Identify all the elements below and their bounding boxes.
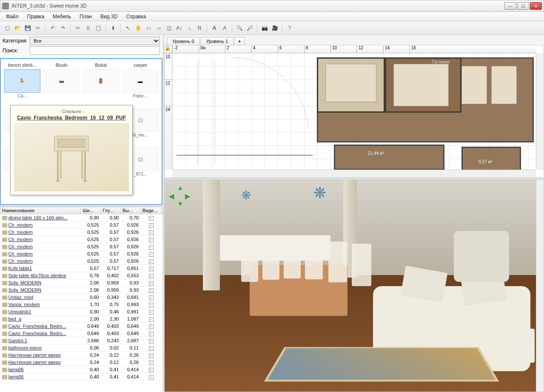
menu-edit[interactable]: Правка <box>24 13 48 20</box>
compass-icon[interactable]: N <box>195 23 204 33</box>
italic-icon[interactable]: A <box>220 23 229 33</box>
catalog-item[interactable]: carpet▬Franc... <box>122 62 159 99</box>
table-row[interactable]: Gardini 1 2,6880,2432,687 ✓ <box>0 337 162 344</box>
menu-furniture[interactable]: Мебель <box>49 13 74 20</box>
paste-icon[interactable]: 📋 <box>94 23 103 33</box>
table-row[interactable]: Kofe table1 0,570,7170,851 ✓ <box>0 265 162 272</box>
table-row[interactable]: Настенная светит вверх 0,240,120,26 ✓ <box>0 352 162 359</box>
search-input[interactable] <box>30 46 160 55</box>
visibility-checkbox[interactable]: ✓ <box>149 332 154 336</box>
menu-3dview[interactable]: Вид 3D <box>97 13 121 20</box>
visibility-checkbox[interactable]: ✓ <box>149 245 154 250</box>
view3d-scrollbar-v[interactable] <box>536 180 544 392</box>
visibility-checkbox[interactable]: ✓ <box>149 361 154 365</box>
table-row[interactable]: Ch_modern 0,5250,570,926 ✓ <box>0 250 162 258</box>
table-row[interactable]: bathroom-mirror 0,060,020,11 ✓ <box>0 344 162 352</box>
visibility-checkbox[interactable]: ✓ <box>149 303 154 307</box>
help-icon[interactable]: ? <box>285 23 294 33</box>
visibility-checkbox[interactable]: ✓ <box>149 368 154 372</box>
view-3d[interactable]: ▲ ▼ ◀ ▶ ❋ ❋ <box>164 179 544 392</box>
category-select[interactable]: Все <box>30 37 160 45</box>
video-icon[interactable]: 🎥 <box>270 23 279 33</box>
nav-left-icon[interactable]: ◀ <box>169 192 177 200</box>
bold-icon[interactable]: A <box>210 23 219 33</box>
redo-icon[interactable]: ↷ <box>58 23 68 33</box>
table-row[interactable]: lamp06 0,400,410,414 ✓ <box>0 366 162 373</box>
open-icon[interactable]: 📂 <box>13 23 22 33</box>
furniture-table-panel[interactable]: Наименование Ши... Глу... Вы... Види... … <box>0 205 162 392</box>
table-row[interactable]: dining table 160 x 160 slim... 0,900,900… <box>0 214 162 222</box>
menu-help[interactable]: Справка <box>122 13 149 20</box>
table-row[interactable]: Cavio_Francheska_Bedro... 0,6490,4030,64… <box>0 330 162 337</box>
visibility-checkbox[interactable]: ✓ <box>149 252 154 257</box>
table-row[interactable]: Ch_modern 0,5250,570,926 ✓ <box>0 258 162 265</box>
wall-icon[interactable]: ▭ <box>144 23 153 33</box>
tab-add-level[interactable]: + <box>234 37 245 45</box>
table-row[interactable]: Unitaz_med 0,600,3430,681 ✓ <box>0 294 162 301</box>
visibility-checkbox[interactable]: ✓ <box>149 274 154 278</box>
plan-canvas[interactable]: Гостиная 42,04 м² 21,44 м² 8,57 м² 14,87… <box>172 53 536 170</box>
catalog-panel[interactable]: bench slimli...🪑Ca... Bludo🛏 Bokal🚪 carp… <box>0 58 162 205</box>
text-icon[interactable]: ⟂ <box>185 23 194 33</box>
nav-down-icon[interactable]: ▼ <box>177 200 185 208</box>
visibility-checkbox[interactable]: ✓ <box>149 216 154 221</box>
undo-icon[interactable]: ↶ <box>48 23 57 33</box>
table-row[interactable]: Umivalnik1 0,900,460,981 ✓ <box>0 308 162 315</box>
table-row[interactable]: Ch_modern 0,5250,570,926 ✓ <box>0 236 162 243</box>
visibility-checkbox[interactable]: ✓ <box>149 346 154 351</box>
menu-file[interactable]: Файл <box>3 13 22 20</box>
table-row[interactable]: Ch_modern 0,5250,570,926 ✓ <box>0 229 162 236</box>
maximize-button[interactable]: ☐ <box>517 2 529 10</box>
visibility-checkbox[interactable]: ✓ <box>149 238 154 242</box>
col-width[interactable]: Ши... <box>81 207 101 214</box>
zoom-out-icon[interactable]: 🔎 <box>245 23 254 33</box>
table-row[interactable]: Cavio_Francheska_Bedro... 0,6490,4030,64… <box>0 323 162 330</box>
table-row[interactable]: Side table 40x78cm slimline 0,780,4020,5… <box>0 272 162 279</box>
prefs-icon[interactable]: ✂ <box>33 23 43 33</box>
col-height[interactable]: Вы... <box>120 207 140 214</box>
polyline-icon[interactable]: ◫ <box>164 23 174 33</box>
photo-icon[interactable]: 📷 <box>260 23 269 33</box>
visibility-checkbox[interactable]: ✓ <box>149 288 154 293</box>
col-visible[interactable]: Види... <box>140 207 162 214</box>
save-icon[interactable]: 💾 <box>23 23 32 33</box>
table-row[interactable]: bed_a 2,002,301,087 ✓ <box>0 315 162 323</box>
col-depth[interactable]: Глу... <box>101 207 121 214</box>
select-icon[interactable]: ↖ <box>123 23 133 33</box>
pan-icon[interactable]: ✋ <box>134 23 143 33</box>
plan-scrollbar-v[interactable] <box>536 53 544 170</box>
nav-up-icon[interactable]: ▲ <box>177 184 185 192</box>
visibility-checkbox[interactable]: ✓ <box>149 223 154 228</box>
catalog-item[interactable]: Bludo🛏 <box>43 62 81 99</box>
table-row[interactable]: Sofa_MODERN 2,060,9590,93 ✓ <box>0 287 162 294</box>
dimension-icon[interactable]: A↕ <box>174 23 184 33</box>
plan-scrollbar-h[interactable] <box>172 170 536 177</box>
menu-plan[interactable]: План <box>76 13 95 20</box>
visibility-checkbox[interactable]: ✓ <box>149 353 154 358</box>
visibility-checkbox[interactable]: ✓ <box>149 339 154 344</box>
table-row[interactable]: Настенная светит вверх 0,240,120,26 ✓ <box>0 359 162 366</box>
visibility-checkbox[interactable]: ✓ <box>149 230 154 235</box>
visibility-checkbox[interactable]: ✓ <box>149 281 154 286</box>
add-furniture-icon[interactable]: ⬇ <box>108 23 118 33</box>
catalog-item[interactable]: Bokal🚪 <box>82 62 120 99</box>
catalog-item[interactable]: bench slimli...🪑Ca... <box>3 62 41 99</box>
visibility-checkbox[interactable]: ✓ <box>149 375 154 380</box>
minimize-button[interactable]: — <box>504 2 516 10</box>
visibility-checkbox[interactable]: ✓ <box>149 324 154 329</box>
close-button[interactable]: ✕ <box>530 2 542 10</box>
visibility-checkbox[interactable]: ✓ <box>149 295 154 300</box>
table-row[interactable]: Sofa_MODERN 2,060,9590,93 ✓ <box>0 279 162 287</box>
table-row[interactable]: Vanna_modern 1,700,750,993 ✓ <box>0 301 162 308</box>
copy-icon[interactable]: ⎘ <box>83 23 93 33</box>
new-icon[interactable]: ▢ <box>3 23 12 33</box>
table-row[interactable]: Ch_modern 0,5250,570,926 ✓ <box>0 243 162 250</box>
visibility-checkbox[interactable]: ✓ <box>149 267 154 271</box>
visibility-checkbox[interactable]: ✓ <box>149 317 154 322</box>
table-row[interactable]: Ch_modern 0,5250,570,926 ✓ <box>0 222 162 229</box>
tab-level-1[interactable]: Уровень 1 <box>201 37 234 45</box>
visibility-checkbox[interactable]: ✓ <box>149 259 154 264</box>
cut-icon[interactable]: ✂ <box>73 23 83 33</box>
zoom-in-icon[interactable]: 🔍 <box>235 23 244 33</box>
visibility-checkbox[interactable]: ✓ <box>149 310 154 315</box>
